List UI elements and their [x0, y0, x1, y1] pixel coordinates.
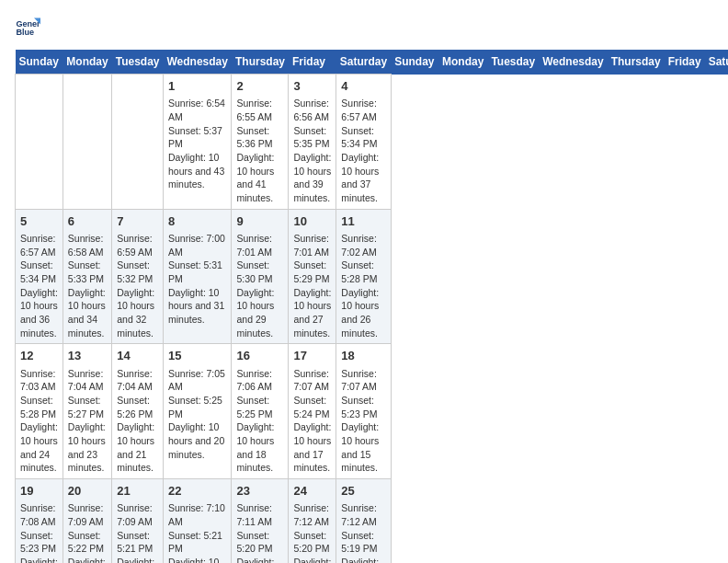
- calendar-day-cell: 19Sunrise: 7:08 AMSunset: 5:23 PMDayligh…: [16, 479, 63, 563]
- calendar-day-cell: 22Sunrise: 7:10 AMSunset: 5:21 PMDayligh…: [164, 479, 232, 563]
- daylight-text: Daylight: 10 hours and 36 minutes.: [20, 286, 58, 340]
- day-number: 4: [341, 78, 385, 95]
- daylight-text: Daylight: 10 hours and 41 minutes.: [236, 151, 283, 205]
- calendar-week-row: 12Sunrise: 7:03 AMSunset: 5:28 PMDayligh…: [16, 344, 729, 479]
- day-number: 11: [341, 213, 385, 230]
- calendar-day-cell: 9Sunrise: 7:01 AMSunset: 5:30 PMDaylight…: [232, 209, 289, 344]
- sunset-text: Sunset: 5:26 PM: [117, 394, 158, 420]
- calendar-day-header: Monday: [438, 50, 487, 75]
- daylight-text: Daylight: 10 hours and 11 minutes.: [117, 556, 158, 563]
- sunset-text: Sunset: 5:23 PM: [341, 394, 385, 420]
- day-number: 8: [168, 213, 226, 230]
- calendar-day-cell: 3Sunrise: 6:56 AMSunset: 5:35 PMDaylight…: [289, 75, 336, 210]
- daylight-text: Daylight: 10 hours and 34 minutes.: [68, 286, 107, 340]
- calendar-day-header: Sunday: [16, 50, 63, 75]
- sunset-text: Sunset: 5:20 PM: [236, 529, 283, 556]
- calendar-day-cell: 2Sunrise: 6:55 AMSunset: 5:36 PMDaylight…: [232, 75, 289, 210]
- daylight-text: Daylight: 10 hours and 8 minutes.: [293, 556, 331, 563]
- day-number: 22: [168, 483, 226, 500]
- calendar-day-cell: 4Sunrise: 6:57 AMSunset: 5:34 PMDaylight…: [336, 75, 391, 210]
- calendar-day-cell: 17Sunrise: 7:07 AMSunset: 5:24 PMDayligh…: [289, 344, 336, 479]
- calendar-day-cell: 18Sunrise: 7:07 AMSunset: 5:23 PMDayligh…: [336, 344, 391, 479]
- day-number: 1: [168, 78, 226, 95]
- calendar-day-cell: 16Sunrise: 7:06 AMSunset: 5:25 PMDayligh…: [232, 344, 289, 479]
- calendar-header-row: SundayMondayTuesdayWednesdayThursdayFrid…: [16, 50, 729, 75]
- sunset-text: Sunset: 5:27 PM: [68, 394, 107, 420]
- daylight-text: Daylight: 10 hours and 39 minutes.: [293, 151, 331, 205]
- day-number: 23: [236, 483, 283, 500]
- sunset-text: Sunset: 5:30 PM: [236, 259, 283, 285]
- calendar-day-header: Wednesday: [164, 50, 232, 75]
- sunrise-text: Sunrise: 7:03 AM: [20, 367, 58, 394]
- daylight-text: Daylight: 10 hours and 27 minutes.: [293, 286, 331, 340]
- sunrise-text: Sunrise: 7:01 AM: [236, 232, 283, 259]
- daylight-text: Daylight: 10 hours and 23 minutes.: [68, 420, 107, 475]
- sunset-text: Sunset: 5:28 PM: [20, 394, 58, 420]
- day-number: 10: [293, 213, 331, 230]
- sunrise-text: Sunrise: 6:54 AM: [168, 97, 226, 123]
- calendar-day-cell: 7Sunrise: 6:59 AMSunset: 5:32 PMDaylight…: [112, 209, 164, 344]
- day-number: 5: [20, 213, 58, 230]
- calendar-day-cell: [112, 75, 164, 210]
- calendar-day-cell: 1Sunrise: 6:54 AMSunset: 5:37 PMDaylight…: [164, 75, 232, 210]
- calendar-day-cell: 12Sunrise: 7:03 AMSunset: 5:28 PMDayligh…: [16, 344, 63, 479]
- calendar-day-cell: 15Sunrise: 7:05 AMSunset: 5:25 PMDayligh…: [164, 344, 232, 479]
- calendar-day-cell: 5Sunrise: 6:57 AMSunset: 5:34 PMDaylight…: [16, 209, 63, 344]
- sunrise-text: Sunrise: 7:12 AM: [341, 501, 385, 528]
- day-number: 6: [68, 213, 107, 230]
- sunrise-text: Sunrise: 7:07 AM: [341, 367, 385, 394]
- sunset-text: Sunset: 5:21 PM: [117, 529, 158, 556]
- daylight-text: Daylight: 10 hours and 17 minutes.: [293, 420, 331, 475]
- day-number: 20: [68, 483, 107, 500]
- sunrise-text: Sunrise: 7:10 AM: [168, 501, 226, 528]
- sunset-text: Sunset: 5:20 PM: [293, 529, 331, 556]
- sunset-text: Sunset: 5:31 PM: [168, 259, 226, 285]
- day-number: 3: [293, 78, 331, 95]
- day-number: 13: [68, 348, 107, 364]
- day-number: 15: [168, 348, 226, 364]
- calendar-day-cell: 24Sunrise: 7:12 AMSunset: 5:20 PMDayligh…: [289, 479, 336, 563]
- daylight-text: Daylight: 10 hours and 24 minutes.: [20, 420, 58, 475]
- daylight-text: Daylight: 10 hours and 9 minutes.: [236, 556, 283, 563]
- daylight-text: Daylight: 10 hours and 21 minutes.: [117, 420, 158, 475]
- sunrise-text: Sunrise: 6:57 AM: [341, 97, 385, 123]
- sunrise-text: Sunrise: 7:06 AM: [236, 367, 283, 394]
- sunrise-text: Sunrise: 6:56 AM: [293, 97, 331, 123]
- logo-icon: General Blue: [15, 15, 40, 40]
- sunrise-text: Sunrise: 7:11 AM: [236, 501, 283, 528]
- day-number: 16: [236, 348, 283, 364]
- calendar-day-cell: 13Sunrise: 7:04 AMSunset: 5:27 PMDayligh…: [63, 344, 111, 479]
- daylight-text: Daylight: 10 hours and 10 minutes.: [168, 556, 226, 563]
- sunset-text: Sunset: 5:25 PM: [168, 394, 226, 420]
- sunrise-text: Sunrise: 7:07 AM: [293, 367, 331, 394]
- calendar-day-header: Friday: [665, 50, 705, 75]
- calendar-day-header: Thursday: [232, 50, 289, 75]
- daylight-text: Daylight: 10 hours and 32 minutes.: [117, 286, 158, 340]
- day-number: 18: [341, 348, 385, 364]
- sunset-text: Sunset: 5:22 PM: [68, 529, 107, 556]
- sunrise-text: Sunrise: 6:59 AM: [117, 232, 158, 259]
- daylight-text: Daylight: 10 hours and 43 minutes.: [168, 151, 226, 191]
- day-number: 12: [20, 348, 58, 364]
- calendar-day-cell: 25Sunrise: 7:12 AMSunset: 5:19 PMDayligh…: [336, 479, 391, 563]
- day-number: 9: [236, 213, 283, 230]
- day-number: 14: [117, 348, 158, 364]
- sunset-text: Sunset: 5:28 PM: [341, 259, 385, 285]
- calendar-day-header: Friday: [289, 50, 336, 75]
- daylight-text: Daylight: 10 hours and 13 minutes.: [68, 556, 107, 563]
- calendar-day-cell: [63, 75, 111, 210]
- calendar-day-header: Thursday: [608, 50, 665, 75]
- calendar-day-header: Sunday: [391, 50, 438, 75]
- calendar-day-header: Saturday: [705, 50, 728, 75]
- day-number: 17: [293, 348, 331, 364]
- sunrise-text: Sunrise: 7:02 AM: [341, 232, 385, 259]
- daylight-text: Daylight: 10 hours and 7 minutes.: [341, 556, 385, 563]
- sunrise-text: Sunrise: 6:58 AM: [68, 232, 107, 259]
- sunrise-text: Sunrise: 7:04 AM: [117, 367, 158, 394]
- calendar-day-header: Wednesday: [539, 50, 607, 75]
- calendar-table: SundayMondayTuesdayWednesdayThursdayFrid…: [15, 50, 728, 563]
- calendar-day-header: Saturday: [336, 50, 391, 75]
- daylight-text: Daylight: 10 hours and 15 minutes.: [341, 420, 385, 475]
- daylight-text: Daylight: 10 hours and 31 minutes.: [168, 286, 226, 327]
- calendar-day-cell: 11Sunrise: 7:02 AMSunset: 5:28 PMDayligh…: [336, 209, 391, 344]
